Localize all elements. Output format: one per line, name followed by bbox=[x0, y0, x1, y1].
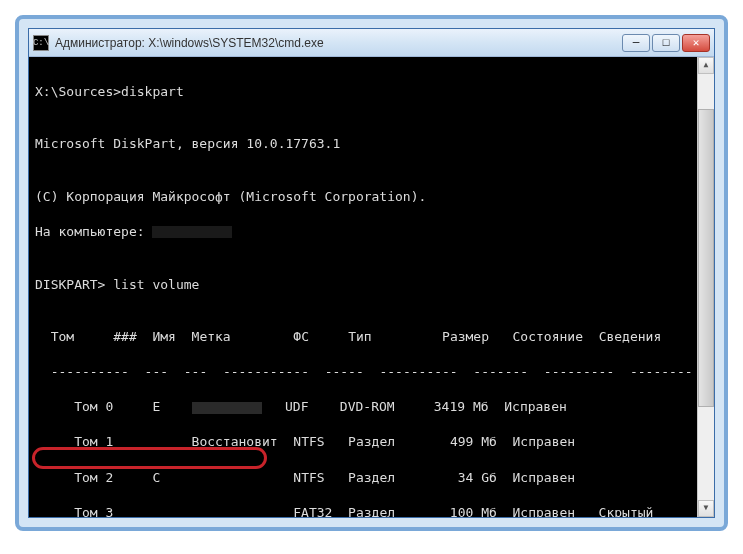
copyright: (C) Корпорация Майкрософт (Microsoft Cor… bbox=[35, 189, 426, 204]
table-row: Том 2 C NTFS Раздел 34 Gб Исправен bbox=[35, 469, 708, 487]
titlebar[interactable]: C:\ Администратор: X:\windows\SYSTEM32\c… bbox=[29, 29, 714, 57]
minimize-button[interactable]: ─ bbox=[622, 34, 650, 52]
prompt: X:\Sources> bbox=[35, 84, 121, 99]
cmd-line: X:\Sources>diskpart bbox=[35, 83, 708, 101]
diskpart-prompt: DISKPART> bbox=[35, 277, 113, 292]
scroll-thumb[interactable] bbox=[698, 109, 714, 407]
outer-frame: C:\ Администратор: X:\windows\SYSTEM32\c… bbox=[15, 15, 728, 531]
command: list volume bbox=[113, 277, 199, 292]
scroll-track[interactable] bbox=[698, 74, 714, 500]
computer-label: На компьютере: bbox=[35, 224, 152, 239]
cmd-icon: C:\ bbox=[33, 35, 49, 51]
scroll-up-button[interactable]: ▲ bbox=[698, 57, 714, 74]
vertical-scrollbar[interactable]: ▲ ▼ bbox=[697, 57, 714, 517]
console-output[interactable]: X:\Sources>diskpart Microsoft DiskPart, … bbox=[29, 57, 714, 517]
window-title: Администратор: X:\windows\SYSTEM32\cmd.e… bbox=[55, 36, 622, 50]
scroll-down-button[interactable]: ▼ bbox=[698, 500, 714, 517]
redacted-computer-name bbox=[152, 226, 232, 238]
cmd-window: C:\ Администратор: X:\windows\SYSTEM32\c… bbox=[28, 28, 715, 518]
table-header: Том ### Имя Метка ФС Тип Размер Состояни… bbox=[35, 311, 708, 346]
output-line: (C) Корпорация Майкрософт (Microsoft Cor… bbox=[35, 170, 708, 205]
maximize-button[interactable]: □ bbox=[652, 34, 680, 52]
window-controls: ─ □ ✕ bbox=[622, 34, 710, 52]
table-separator: ---------- --- --- ----------- ----- ---… bbox=[35, 363, 708, 381]
redacted-label bbox=[192, 402, 262, 414]
output-line: DISKPART> list volume bbox=[35, 258, 708, 293]
table-row: Том 1 Восстановит NTFS Раздел 499 Мб Исп… bbox=[35, 433, 708, 451]
table-row: Том 0 E UDF DVD-ROM 3419 Мб Исправен bbox=[35, 398, 708, 416]
table-row: Том 3 FAT32 Раздел 100 Мб Исправен Скрыт… bbox=[35, 504, 708, 517]
diskpart-version: Microsoft DiskPart, версия 10.0.17763.1 bbox=[35, 136, 340, 151]
output-line: На компьютере: bbox=[35, 223, 708, 241]
output-line: Microsoft DiskPart, версия 10.0.17763.1 bbox=[35, 118, 708, 153]
close-button[interactable]: ✕ bbox=[682, 34, 710, 52]
command: diskpart bbox=[121, 84, 184, 99]
